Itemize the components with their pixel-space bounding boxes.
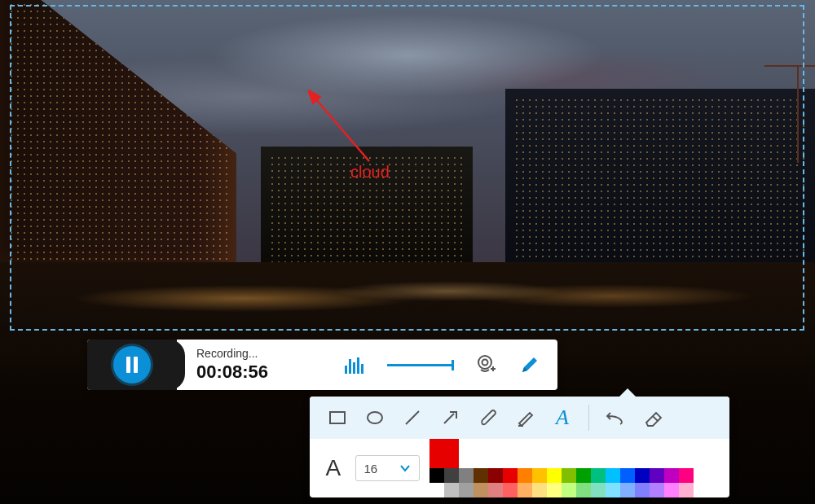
color-swatch[interactable] <box>518 468 532 483</box>
color-swatch[interactable] <box>650 468 664 483</box>
color-swatch[interactable] <box>562 468 576 483</box>
color-swatch[interactable] <box>576 483 591 497</box>
color-swatch[interactable] <box>430 483 444 497</box>
chevron-down-icon <box>399 462 411 474</box>
color-swatch[interactable] <box>620 483 635 497</box>
recording-status: Recording... <box>196 347 268 360</box>
color-swatch[interactable] <box>620 468 635 483</box>
eraser-icon <box>643 408 663 427</box>
color-swatch[interactable] <box>664 468 679 483</box>
highlighter-icon <box>515 408 535 427</box>
current-color-swatch[interactable] <box>430 439 459 468</box>
rectangle-icon <box>328 408 347 427</box>
arrow-tool[interactable] <box>434 401 466 434</box>
svg-point-6 <box>368 412 382 423</box>
eraser-tool[interactable] <box>637 401 669 434</box>
arrow-annotation[interactable] <box>308 90 390 171</box>
webcam-button[interactable] <box>471 350 500 379</box>
color-swatch[interactable] <box>635 483 650 497</box>
rectangle-tool[interactable] <box>321 401 354 434</box>
volume-slider-icon <box>387 364 452 366</box>
color-swatch[interactable] <box>532 468 547 483</box>
color-swatch[interactable] <box>606 468 620 483</box>
color-swatch[interactable] <box>635 468 650 483</box>
text-tool[interactable]: A <box>546 401 579 434</box>
arrow-icon <box>440 408 460 427</box>
color-swatch[interactable] <box>606 483 620 497</box>
svg-line-7 <box>406 411 419 424</box>
svg-line-8 <box>444 414 454 423</box>
text-options-row: A 16 <box>310 439 729 497</box>
pause-icon <box>126 357 138 373</box>
font-size-value: 16 <box>364 462 378 476</box>
line-tool[interactable] <box>396 401 429 434</box>
svg-rect-5 <box>330 412 345 423</box>
highlighter-tool[interactable] <box>509 401 541 434</box>
text-icon: A <box>556 405 569 430</box>
capture-region[interactable] <box>10 5 804 331</box>
color-swatch[interactable] <box>488 483 503 497</box>
color-swatch[interactable] <box>430 468 444 483</box>
font-size-select[interactable]: 16 <box>355 455 420 481</box>
pause-button[interactable] <box>113 346 151 383</box>
recorder-control-area <box>87 340 177 390</box>
recording-timer: 00:08:56 <box>196 362 268 383</box>
divider <box>588 405 589 431</box>
undo-button[interactable] <box>599 401 632 434</box>
annotation-panel: A A 16 <box>310 397 729 497</box>
svg-point-2 <box>482 360 488 366</box>
color-swatch[interactable] <box>664 483 679 497</box>
ellipse-tool[interactable] <box>359 401 391 434</box>
line-icon <box>403 408 422 427</box>
shape-tools-row: A <box>310 397 729 439</box>
color-swatch[interactable] <box>547 483 562 497</box>
color-swatch[interactable] <box>459 483 474 497</box>
color-swatch[interactable] <box>650 483 664 497</box>
color-swatch[interactable] <box>679 483 694 497</box>
color-swatch[interactable] <box>444 483 459 497</box>
brush-icon <box>478 408 497 427</box>
recording-toolbar: Recording... 00:08:56 <box>87 340 557 390</box>
color-swatch[interactable] <box>503 483 518 497</box>
color-palette <box>430 439 718 497</box>
svg-line-0 <box>315 98 369 161</box>
color-swatch[interactable] <box>444 468 459 483</box>
undo-icon <box>606 408 625 427</box>
draw-button[interactable] <box>515 350 544 379</box>
recording-info: Recording... 00:08:56 <box>177 347 280 383</box>
color-swatch[interactable] <box>591 468 606 483</box>
color-swatch[interactable] <box>532 483 547 497</box>
annotation-text[interactable]: cloud <box>350 163 390 182</box>
color-swatch[interactable] <box>474 483 488 497</box>
pencil-icon <box>519 354 540 375</box>
color-swatch[interactable] <box>518 483 532 497</box>
audio-level-button[interactable] <box>339 350 368 379</box>
color-swatch[interactable] <box>591 483 606 497</box>
volume-slider[interactable] <box>383 350 456 379</box>
color-swatch[interactable] <box>576 468 591 483</box>
audio-level-icon <box>345 356 363 374</box>
brush-tool[interactable] <box>471 401 504 434</box>
webcam-icon <box>474 353 497 376</box>
color-swatch[interactable] <box>679 468 694 483</box>
color-swatch[interactable] <box>562 483 576 497</box>
color-swatch[interactable] <box>547 468 562 483</box>
font-sample-icon: A <box>321 455 346 481</box>
color-swatch[interactable] <box>474 468 488 483</box>
ellipse-icon <box>365 408 385 427</box>
color-swatch[interactable] <box>459 468 474 483</box>
svg-point-1 <box>478 356 491 369</box>
color-swatch[interactable] <box>488 468 503 483</box>
color-swatch[interactable] <box>503 468 518 483</box>
